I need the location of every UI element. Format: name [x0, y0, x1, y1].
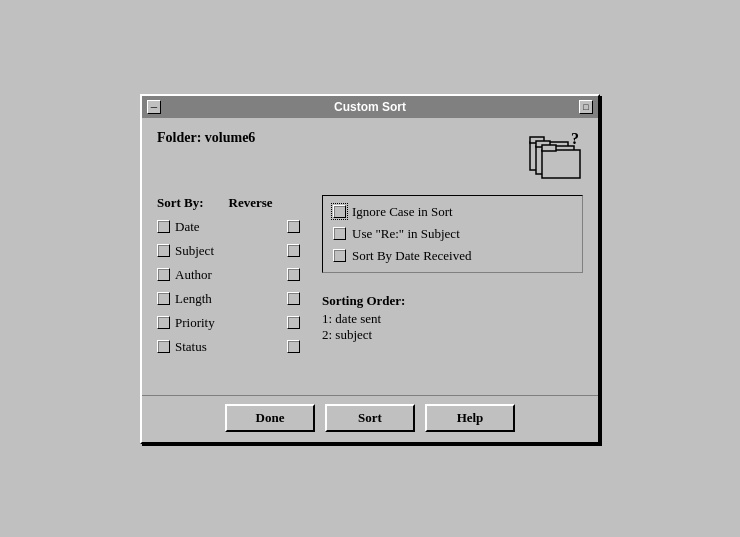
- sort-row-subject: Subject: [157, 243, 307, 259]
- svg-rect-4: [542, 150, 580, 178]
- sort-row-author: Author: [157, 267, 307, 283]
- use-re-checkbox[interactable]: [333, 227, 346, 240]
- sorting-order-item-2: 2: subject: [322, 327, 583, 343]
- sorting-order: Sorting Order: 1: date sent 2: subject: [322, 288, 583, 348]
- subject-checkbox-container: Subject: [157, 243, 257, 259]
- title-bar-left: ─: [147, 100, 163, 114]
- sort-by-date-received-option-row: Sort By Date Received: [333, 248, 572, 264]
- done-button[interactable]: Done: [225, 404, 315, 432]
- options-box: Ignore Case in Sort Use "Re:" in Subject…: [322, 195, 583, 273]
- date-checkbox-container: Date: [157, 219, 257, 235]
- sort-row-status: Status: [157, 339, 307, 355]
- sort-by-panel: Sort By: Reverse Date Subject: [157, 195, 307, 363]
- sorting-order-item-1: 1: date sent: [322, 311, 583, 327]
- sort-row-length: Length: [157, 291, 307, 307]
- help-button[interactable]: Help: [425, 404, 515, 432]
- ignore-case-label: Ignore Case in Sort: [352, 204, 453, 220]
- author-checkbox[interactable]: [157, 268, 170, 281]
- length-checkbox[interactable]: [157, 292, 170, 305]
- sort-headers: Sort By: Reverse: [157, 195, 307, 211]
- main-area: Sort By: Reverse Date Subject: [157, 195, 583, 363]
- button-bar: Done Sort Help: [142, 395, 598, 442]
- author-checkbox-container: Author: [157, 267, 257, 283]
- folder-header: Folder: volume6 ?: [157, 130, 583, 185]
- priority-checkbox-container: Priority: [157, 315, 257, 331]
- svg-rect-5: [542, 145, 556, 151]
- subject-label: Subject: [175, 243, 214, 259]
- sort-button[interactable]: Sort: [325, 404, 415, 432]
- sort-by-date-received-label: Sort By Date Received: [352, 248, 472, 264]
- folder-title: Folder: volume6: [157, 130, 255, 146]
- reverse-header-label: Reverse: [229, 195, 273, 211]
- priority-reverse-checkbox[interactable]: [287, 316, 300, 329]
- date-label: Date: [175, 219, 200, 235]
- folder-icon: ?: [528, 130, 583, 185]
- author-label: Author: [175, 267, 212, 283]
- author-reverse-checkbox[interactable]: [287, 268, 300, 281]
- status-checkbox-container: Status: [157, 339, 257, 355]
- maximize-button[interactable]: □: [579, 100, 593, 114]
- length-label: Length: [175, 291, 212, 307]
- sort-row-priority: Priority: [157, 315, 307, 331]
- svg-text:?: ?: [571, 130, 579, 147]
- status-reverse-checkbox[interactable]: [287, 340, 300, 353]
- priority-checkbox[interactable]: [157, 316, 170, 329]
- sort-row-date: Date: [157, 219, 307, 235]
- sort-by-date-received-checkbox[interactable]: [333, 249, 346, 262]
- date-reverse-checkbox[interactable]: [287, 220, 300, 233]
- use-re-label: Use "Re:" in Subject: [352, 226, 460, 242]
- priority-label: Priority: [175, 315, 215, 331]
- minimize-button[interactable]: ─: [147, 100, 161, 114]
- sorting-order-title: Sorting Order:: [322, 293, 583, 309]
- options-panel: Ignore Case in Sort Use "Re:" in Subject…: [322, 195, 583, 363]
- title-bar: ─ Custom Sort □: [142, 96, 598, 118]
- status-checkbox[interactable]: [157, 340, 170, 353]
- subject-reverse-checkbox[interactable]: [287, 244, 300, 257]
- ignore-case-checkbox[interactable]: [333, 205, 346, 218]
- window-content: Folder: volume6 ?: [142, 118, 598, 375]
- date-checkbox[interactable]: [157, 220, 170, 233]
- custom-sort-window: ─ Custom Sort □ Folder: volume6: [140, 94, 600, 444]
- ignore-case-option-row: Ignore Case in Sort: [333, 204, 572, 220]
- length-reverse-checkbox[interactable]: [287, 292, 300, 305]
- status-label: Status: [175, 339, 207, 355]
- use-re-option-row: Use "Re:" in Subject: [333, 226, 572, 242]
- subject-checkbox[interactable]: [157, 244, 170, 257]
- length-checkbox-container: Length: [157, 291, 257, 307]
- sort-by-header-label: Sort By:: [157, 195, 204, 211]
- window-title: Custom Sort: [334, 100, 406, 114]
